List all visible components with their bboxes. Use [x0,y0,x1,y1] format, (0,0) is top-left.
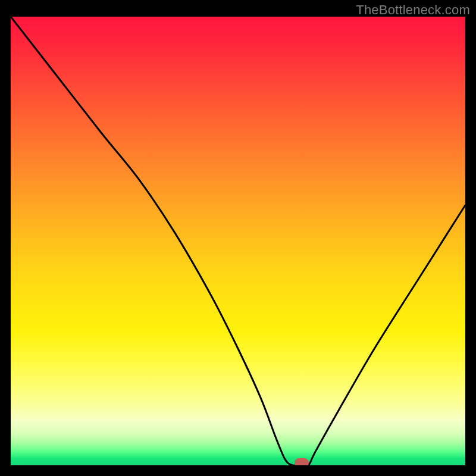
bottleneck-curve [11,17,465,465]
plot-area [11,17,465,465]
watermark-text: TheBottleneck.com [356,2,470,18]
optimal-marker [295,458,309,465]
chart-frame: TheBottleneck.com [0,0,476,476]
